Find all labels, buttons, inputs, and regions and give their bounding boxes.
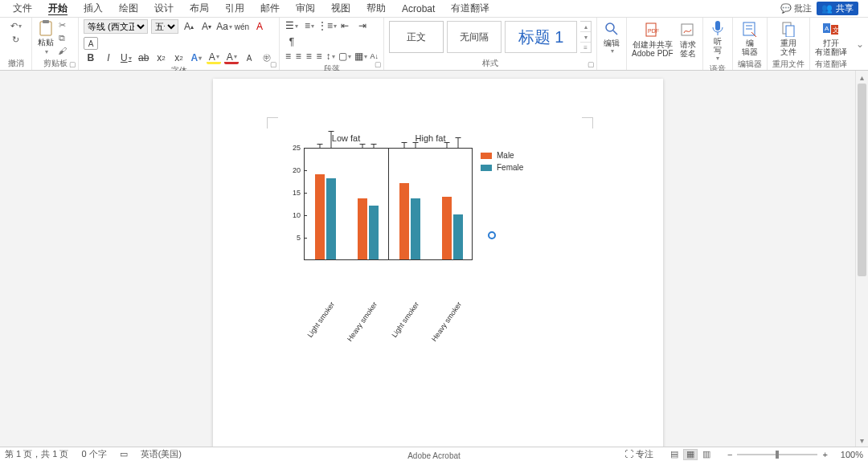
vertical-scrollbar[interactable]: ▴ ▾ — [855, 71, 868, 447]
tab-references[interactable]: 引用 — [217, 0, 252, 17]
editing-dropdown[interactable]: ▾ — [611, 47, 614, 55]
style-gallery-scroll[interactable]: ▴ ▾ ≡ — [580, 21, 592, 53]
chart-yaxis: 510152025 — [280, 148, 302, 260]
font-launcher[interactable]: ▢ — [269, 60, 277, 68]
format-painter-button[interactable]: 🖌 — [56, 45, 68, 56]
tab-home[interactable]: 开始 — [40, 0, 76, 17]
italic-button[interactable]: I — [101, 51, 116, 64]
svg-rect-7 — [715, 21, 720, 31]
font-name-select[interactable]: 等线 (西文正文) — [84, 19, 148, 34]
chart-panel-lowfat: Low fat — [304, 133, 388, 143]
cut-button[interactable]: ✂ — [56, 19, 68, 31]
zoom-slider[interactable] — [737, 454, 817, 455]
tab-acrobat[interactable]: Acrobat — [394, 2, 443, 16]
shading-button[interactable]: ▢▾ — [338, 50, 351, 63]
create-pdf-icon[interactable]: PDF — [643, 21, 662, 40]
phonetic-button[interactable]: wén — [235, 20, 249, 33]
decrease-indent-button[interactable]: ⇤ — [338, 19, 352, 32]
request-sign-icon[interactable] — [678, 21, 698, 40]
dictate-icon[interactable] — [708, 19, 727, 37]
tab-help[interactable]: 帮助 — [358, 0, 394, 17]
styles-launcher[interactable]: ▢ — [587, 60, 595, 68]
comments-button[interactable]: 💬 批注 — [780, 2, 812, 14]
create-pdf-label: 创建并共享 — [633, 40, 673, 49]
highlight-button[interactable]: A▾ — [207, 51, 221, 64]
clear-format-button[interactable]: A — [252, 20, 267, 33]
translate-label2: 有道翻译 — [815, 47, 847, 56]
paragraph-launcher[interactable]: ▢ — [374, 60, 382, 68]
tab-design[interactable]: 设计 — [146, 0, 182, 17]
font-size-select[interactable]: 五号 — [151, 19, 178, 34]
grow-font-button[interactable]: A▴ — [182, 20, 196, 33]
scroll-up-icon[interactable]: ▴ — [856, 71, 868, 84]
copy-button[interactable]: ⧉ — [56, 32, 68, 43]
editing-group-label — [611, 59, 613, 70]
translate-icon[interactable]: A文 — [821, 19, 841, 39]
reuse-icon[interactable] — [779, 19, 798, 39]
gallery-more-icon[interactable]: ≡ — [580, 43, 591, 52]
bold-button[interactable]: B — [84, 51, 98, 64]
tab-view[interactable]: 视图 — [323, 0, 358, 17]
numbering-button[interactable]: ≡▾ — [302, 19, 317, 32]
legend-swatch-male — [481, 153, 492, 159]
document-area[interactable]: Low fat High fat 510152025 Light smokerH… — [0, 71, 868, 447]
style-heading1[interactable]: 标题 1 — [505, 21, 577, 53]
subscript-button[interactable]: x2 — [154, 51, 169, 64]
translate-group-label: 有道翻译 — [815, 57, 847, 70]
tab-draw[interactable]: 绘图 — [111, 0, 146, 17]
comments-label: 批注 — [794, 2, 812, 14]
svg-rect-13 — [786, 26, 794, 37]
font-color-button[interactable]: A▾ — [224, 51, 239, 64]
increase-indent-button[interactable]: ⇥ — [355, 19, 370, 32]
legend-female: Female — [497, 163, 523, 172]
tab-layout[interactable]: 布局 — [182, 0, 217, 17]
tab-file[interactable]: 文件 — [5, 0, 40, 17]
tab-insert[interactable]: 插入 — [76, 0, 111, 17]
align-left-button[interactable]: ≡ — [285, 50, 292, 63]
share-button[interactable]: 👥 共享 — [817, 2, 858, 15]
clipboard-launcher[interactable]: ▢ — [68, 60, 76, 68]
shrink-font-button[interactable]: A▾ — [199, 20, 214, 33]
text-effects-button[interactable]: A▾ — [189, 51, 203, 64]
strikethrough-button[interactable]: ab — [137, 51, 151, 64]
style-normal[interactable]: 正文 — [389, 21, 444, 53]
svg-rect-0 — [40, 22, 51, 35]
tab-youdao[interactable]: 有道翻译 — [443, 0, 497, 17]
align-right-button[interactable]: ≡ — [305, 50, 313, 63]
undo-button[interactable]: ↶▾ — [10, 19, 23, 32]
enclose-char-button[interactable]: A — [242, 51, 256, 64]
borders-button[interactable]: ▦▾ — [354, 50, 367, 63]
align-center-button[interactable]: ≡ — [295, 50, 302, 63]
find-icon[interactable] — [602, 19, 621, 39]
gallery-down-icon[interactable]: ▾ — [580, 32, 591, 43]
paste-dropdown[interactable]: ▾ — [45, 48, 48, 55]
superscript-button[interactable]: x2 — [172, 51, 186, 64]
underline-button[interactable]: U▾ — [119, 51, 133, 64]
request-sign-label: 请求 — [680, 40, 696, 49]
paste-button[interactable]: 粘贴 ▾ — [37, 19, 55, 55]
collapse-ribbon-button[interactable]: ⌄ — [852, 18, 868, 70]
svg-point-2 — [606, 23, 614, 31]
multilevel-button[interactable]: ⋮≡▾ — [320, 19, 334, 32]
page[interactable]: Low fat High fat 510152025 Light smokerH… — [213, 79, 663, 447]
redo-button[interactable]: ↻ — [10, 33, 23, 46]
chart[interactable]: Low fat High fat 510152025 Light smokerH… — [280, 133, 489, 314]
scroll-down-icon[interactable]: ▾ — [856, 434, 868, 447]
clipboard-icon — [37, 19, 55, 37]
line-spacing-button[interactable]: ↕▾ — [326, 50, 335, 63]
tab-mailings[interactable]: 邮件 — [252, 0, 288, 17]
bullets-button[interactable]: ☰▾ — [285, 19, 299, 32]
gallery-up-icon[interactable]: ▴ — [580, 22, 591, 32]
comment-icon: 💬 — [780, 3, 792, 14]
tab-review[interactable]: 审阅 — [288, 0, 323, 17]
char-border-button[interactable]: A — [84, 37, 98, 50]
dictate-dropdown[interactable]: ▾ — [716, 55, 719, 62]
change-case-button[interactable]: Aa▾ — [217, 20, 231, 33]
chart-bars — [305, 149, 472, 259]
editor-icon[interactable] — [740, 19, 760, 39]
align-justify-button[interactable]: ≡ — [316, 50, 323, 63]
scroll-thumb[interactable] — [858, 84, 866, 276]
style-nospacing[interactable]: 无间隔 — [447, 21, 502, 53]
showmarks-button[interactable]: ¶ — [285, 35, 299, 48]
dictate-label: 听 — [714, 37, 722, 46]
